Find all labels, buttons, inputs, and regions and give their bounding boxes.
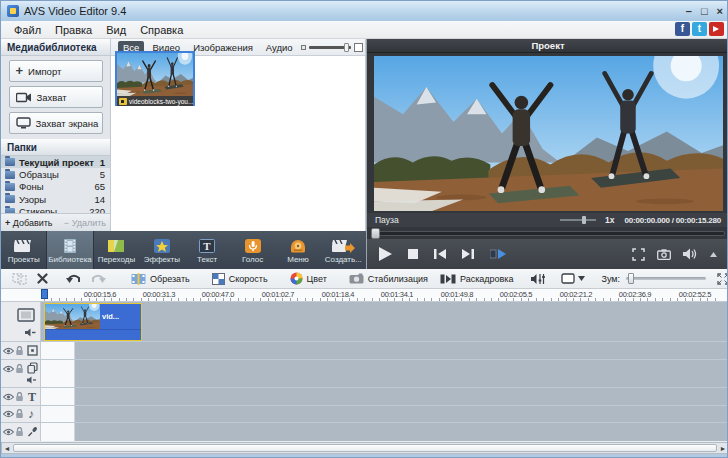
- delete-icon[interactable]: [32, 273, 53, 284]
- playback-status: Пауза: [375, 215, 399, 225]
- menu-file[interactable]: Файл: [7, 23, 48, 37]
- eye-icon[interactable]: [3, 410, 14, 418]
- plus-icon: +: [16, 66, 24, 76]
- speed-slider[interactable]: [560, 219, 596, 221]
- video-preview-screen[interactable]: [374, 56, 723, 211]
- overlay-mute-icon[interactable]: [27, 376, 37, 384]
- track-mute-icon[interactable]: [25, 328, 36, 337]
- multiselect-icon[interactable]: [7, 273, 32, 285]
- tab-images[interactable]: Изображения: [188, 41, 258, 54]
- redo-icon[interactable]: [86, 273, 111, 285]
- tab-audio[interactable]: Аудио: [261, 41, 298, 54]
- folder-samples[interactable]: Образцы 5: [1, 168, 110, 180]
- display-mode-button[interactable]: [556, 273, 590, 284]
- size-slider-knob[interactable]: [344, 43, 349, 52]
- trim-icon: [131, 273, 146, 285]
- thumbnail-size-slider[interactable]: [301, 43, 363, 52]
- effects-track[interactable]: [1, 342, 728, 360]
- youtube-icon[interactable]: [709, 22, 724, 36]
- eye-icon[interactable]: [3, 347, 14, 355]
- svg-text:T: T: [204, 240, 212, 252]
- speed-value: 1x: [605, 215, 614, 225]
- facebook-icon[interactable]: f: [675, 22, 690, 36]
- color-button[interactable]: Цвет: [284, 272, 333, 285]
- audio-track[interactable]: ♪: [1, 406, 728, 423]
- stop-button[interactable]: [408, 249, 418, 259]
- timeline-horizontal-scrollbar[interactable]: ◄ ►: [1, 442, 728, 454]
- minimize-button[interactable]: –: [686, 2, 692, 20]
- twitter-icon[interactable]: t: [692, 22, 707, 36]
- lock-icon[interactable]: [15, 346, 24, 356]
- scroll-left-arrow[interactable]: ◄: [2, 443, 12, 453]
- media-clip-thumbnail[interactable]: videoblocks-two-you...: [115, 51, 195, 106]
- mode-projects[interactable]: Проекты: [1, 231, 46, 269]
- app-icon: [7, 5, 19, 17]
- mode-create[interactable]: Создать...: [321, 231, 366, 269]
- timeline-zoom-slider[interactable]: [626, 277, 706, 280]
- capture-button[interactable]: Захват: [9, 86, 103, 108]
- lock-icon[interactable]: [15, 427, 24, 437]
- lock-icon[interactable]: [15, 364, 24, 374]
- volume-icon[interactable]: [683, 248, 698, 260]
- folder-current-project[interactable]: Текущий проект 1: [1, 156, 110, 168]
- timeline-ruler[interactable]: 00:00:15.6 00:00:31.3 00:00:47.0 00:01:0…: [1, 289, 728, 302]
- menu-edit[interactable]: Правка: [48, 23, 99, 37]
- video-track-icon: [17, 308, 35, 322]
- seek-handle[interactable]: [371, 228, 380, 239]
- small-size-icon: [301, 45, 306, 50]
- mode-transitions[interactable]: Переходы: [94, 231, 139, 269]
- snapshot-icon[interactable]: [657, 249, 671, 260]
- storyboard-toggle[interactable]: Раскадровка: [434, 274, 520, 284]
- folder-count: 14: [94, 194, 105, 205]
- zoom-slider-knob[interactable]: [628, 273, 634, 284]
- voice-track[interactable]: [1, 423, 728, 441]
- scrollbar-thumb[interactable]: [13, 444, 717, 452]
- add-folder-button[interactable]: + Добавить: [5, 218, 53, 228]
- play-button[interactable]: [379, 247, 392, 261]
- folder-patterns[interactable]: Узоры 14: [1, 193, 110, 205]
- timeline-clip[interactable]: vid...: [44, 303, 142, 341]
- video-track[interactable]: vid...: [1, 302, 728, 342]
- trim-button[interactable]: Обрезать: [125, 273, 196, 285]
- timeline-tracks: vid... T: [1, 302, 728, 441]
- clip-filename: videoblocks-two-you...: [129, 98, 193, 105]
- close-button[interactable]: ×: [717, 2, 723, 20]
- eye-icon[interactable]: [3, 428, 14, 436]
- volume-options-arrow[interactable]: [710, 252, 717, 257]
- maximize-button[interactable]: □: [701, 2, 708, 20]
- play-to-marker-button[interactable]: [490, 249, 506, 259]
- next-frame-button[interactable]: [462, 249, 474, 259]
- menu-help[interactable]: Справка: [133, 23, 190, 37]
- mode-voice[interactable]: Голос: [230, 231, 275, 269]
- seek-bar[interactable]: [367, 227, 728, 239]
- text-track[interactable]: T: [1, 388, 728, 406]
- speed-slider-knob[interactable]: [582, 216, 586, 224]
- eye-icon[interactable]: [3, 393, 14, 401]
- clip-audio-strip: [45, 329, 141, 340]
- mode-library[interactable]: Библиотека: [46, 231, 93, 269]
- overlay-track[interactable]: [1, 360, 728, 388]
- mode-text[interactable]: T Текст: [185, 231, 230, 269]
- fullscreen-icon[interactable]: [632, 248, 645, 261]
- playhead-marker[interactable]: [41, 289, 48, 299]
- lock-icon[interactable]: [15, 409, 24, 419]
- eye-icon[interactable]: [3, 365, 14, 373]
- chevron-down-icon: [578, 276, 585, 281]
- previous-frame-button[interactable]: [434, 249, 446, 259]
- scroll-right-arrow[interactable]: ►: [718, 443, 728, 453]
- remove-folder-button[interactable]: − Удалить: [64, 218, 106, 228]
- folder-backgrounds[interactable]: Фоны 65: [1, 181, 110, 193]
- lock-icon[interactable]: [15, 392, 24, 402]
- speed-button[interactable]: Скорость: [206, 273, 274, 285]
- folder-icon: [5, 183, 15, 191]
- undo-icon[interactable]: [61, 273, 86, 285]
- menu-view[interactable]: Вид: [99, 23, 133, 37]
- fit-timeline-icon[interactable]: [712, 273, 728, 285]
- screen-capture-button[interactable]: Захват экрана: [9, 112, 103, 134]
- mode-effects[interactable]: Эффекты: [139, 231, 184, 269]
- mode-menu[interactable]: Меню: [275, 231, 320, 269]
- stabilization-button[interactable]: Стабилизация: [343, 273, 434, 284]
- title-bar[interactable]: AVS Video Editor 9.4 – □ ×: [1, 1, 728, 21]
- audio-mixer-icon[interactable]: [526, 273, 550, 285]
- import-button[interactable]: + Импорт: [9, 60, 103, 82]
